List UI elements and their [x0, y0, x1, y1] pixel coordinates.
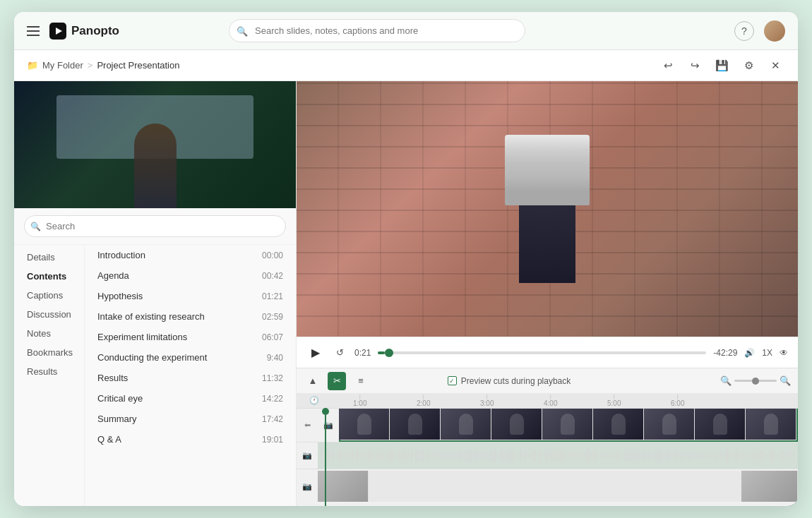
- content-time-2: 01:21: [258, 291, 283, 301]
- content-item-4[interactable]: Experiment limitations 06:07: [85, 327, 296, 347]
- panel-search-icon: 🔍: [30, 222, 41, 231]
- zoom-out-button[interactable]: 🔍: [720, 375, 732, 386]
- content-item-2[interactable]: Hypothesis 01:21: [85, 286, 296, 306]
- content-time-7: 14:22: [258, 394, 283, 404]
- global-search-bar: 🔍: [229, 19, 525, 42]
- view-button[interactable]: 👁: [780, 348, 788, 358]
- thumb-8: [746, 409, 796, 440]
- video-track-cam-icon: 📷: [318, 421, 339, 430]
- thumb-0: [339, 409, 390, 440]
- content-title-2: Hypothesis: [97, 291, 258, 301]
- content-item-6[interactable]: Results 11:32: [85, 368, 296, 388]
- thumb-4: [542, 409, 593, 440]
- content-item-8[interactable]: Summary 17:42: [85, 409, 296, 429]
- person-holding: [519, 198, 575, 283]
- audio-track-icon: 📷: [297, 451, 318, 460]
- bottom-thumb-1: [741, 471, 798, 502]
- audio-waveform: [319, 444, 796, 467]
- thumb-1: [390, 409, 441, 440]
- video-main: [297, 81, 798, 337]
- up-arrow-button[interactable]: ▲: [304, 372, 322, 390]
- nav-tab-discussion[interactable]: Discussion: [14, 305, 84, 324]
- waveform-bars: [319, 444, 796, 467]
- content-title-0: Introduction: [97, 250, 258, 260]
- panel-search: 🔍: [14, 208, 296, 245]
- content-title-6: Results: [97, 373, 258, 383]
- folder-icon: 📁: [27, 60, 38, 71]
- content-item-3[interactable]: Intake of existing research 02:59: [85, 306, 296, 327]
- global-search-input[interactable]: [229, 19, 525, 42]
- play-button[interactable]: ▶: [306, 344, 325, 362]
- nav-tab-contents[interactable]: Contents: [14, 267, 84, 286]
- video-placeholder: [297, 81, 798, 337]
- preview-cuts-checkbox[interactable]: [448, 376, 457, 385]
- breadcrumb: 📁 My Folder > Project Presentation: [27, 60, 658, 71]
- settings-button[interactable]: ⚙: [739, 56, 758, 76]
- timeline-area: 🕐 1:00 2:00 3:00 4:00 5:00 6:00: [297, 393, 798, 506]
- left-panel: 🔍 Details Contents Captions Discussion N…: [14, 81, 297, 506]
- speed-button[interactable]: 1X: [762, 348, 772, 358]
- content-title-7: Critical eye: [97, 393, 258, 404]
- rewind-button[interactable]: ↺: [332, 345, 347, 361]
- top-bar: Panopto 🔍 ?: [14, 12, 798, 50]
- thumb-3: [491, 409, 542, 440]
- preview-cuts-wrap: Preview cuts during playback: [448, 376, 571, 386]
- current-time: 0:21: [354, 348, 371, 358]
- undo-button[interactable]: ↩: [658, 56, 678, 76]
- nav-tab-captions[interactable]: Captions: [14, 286, 84, 305]
- player-controls: ▶ ↺ 0:21 -42:29 🔊 1X 👁: [297, 337, 798, 368]
- breadcrumb-folder[interactable]: My Folder: [42, 60, 83, 71]
- thumb-6: [644, 409, 695, 440]
- save-button[interactable]: 💾: [712, 56, 732, 76]
- list-button[interactable]: ≡: [352, 372, 370, 390]
- content-item-7[interactable]: Critical eye 14:22: [85, 388, 296, 409]
- hamburger-menu[interactable]: [27, 26, 40, 36]
- ruler-tick-6: 6:00: [671, 394, 684, 407]
- bottom-gap: [369, 471, 558, 502]
- content-title-4: Experiment limitations: [97, 332, 258, 342]
- global-search-icon: 🔍: [237, 25, 248, 36]
- nav-tab-details[interactable]: Details: [14, 248, 84, 267]
- video-track-row: ⬅ 📷: [297, 409, 798, 442]
- audio-track-row: 📷: [297, 442, 798, 469]
- ruler-tick-2: 2:00: [417, 394, 430, 407]
- content-item-0[interactable]: Introduction 00:00: [85, 245, 296, 265]
- content-item-9[interactable]: Q & A 19:01: [85, 429, 296, 450]
- track-thumbnails: [339, 409, 798, 442]
- cut-button[interactable]: ✂: [328, 372, 346, 390]
- volume-button[interactable]: 🔊: [744, 348, 755, 358]
- ruler-tick-1: 1:00: [353, 394, 366, 407]
- help-button[interactable]: ?: [734, 21, 754, 41]
- bottom-track-row: 📷: [297, 469, 798, 503]
- breadcrumb-current: Project Presentation: [97, 60, 179, 71]
- ruler-tick-4: 4:00: [544, 394, 557, 407]
- editor-toolbar: ▲ ✂ ≡ Preview cuts during playback 🔍 🔍: [297, 368, 798, 393]
- ruler-tick-5: 5:00: [607, 394, 621, 407]
- content-item-5[interactable]: Conducting the experiment 9:40: [85, 347, 296, 368]
- nav-tab-bookmarks[interactable]: Bookmarks: [14, 343, 84, 362]
- timeline-ruler: 🕐 1:00 2:00 3:00 4:00 5:00 6:00: [297, 393, 798, 409]
- progress-thumb[interactable]: [385, 349, 393, 357]
- thumbnail-image: [14, 81, 296, 208]
- content-time-0: 00:00: [258, 251, 283, 260]
- zoom-slider[interactable]: [734, 380, 777, 382]
- content-title-3: Intake of existing research: [97, 311, 258, 322]
- content-time-4: 06:07: [258, 332, 283, 342]
- preview-cuts-label: Preview cuts during playback: [461, 376, 571, 386]
- progress-bar[interactable]: [378, 351, 706, 354]
- books-stack: [505, 135, 590, 205]
- sub-bar-actions: ↩ ↪ 💾 ⚙ ✕: [658, 56, 785, 76]
- thumb-2: [441, 409, 491, 440]
- content-time-6: 11:32: [258, 373, 283, 383]
- zoom-in-button[interactable]: 🔍: [780, 375, 791, 386]
- nav-tab-results[interactable]: Results: [14, 362, 84, 381]
- ruler-tick-3: 3:00: [480, 394, 494, 407]
- close-button[interactable]: ✕: [765, 56, 785, 76]
- nav-tab-notes[interactable]: Notes: [14, 324, 84, 343]
- left-panel-body: Details Contents Captions Discussion Not…: [14, 245, 296, 506]
- avatar[interactable]: [764, 20, 785, 42]
- content-item-1[interactable]: Agenda 00:42: [85, 265, 296, 286]
- redo-button[interactable]: ↪: [685, 56, 705, 76]
- panel-search-input[interactable]: [24, 215, 286, 237]
- breadcrumb-separator: >: [88, 60, 93, 71]
